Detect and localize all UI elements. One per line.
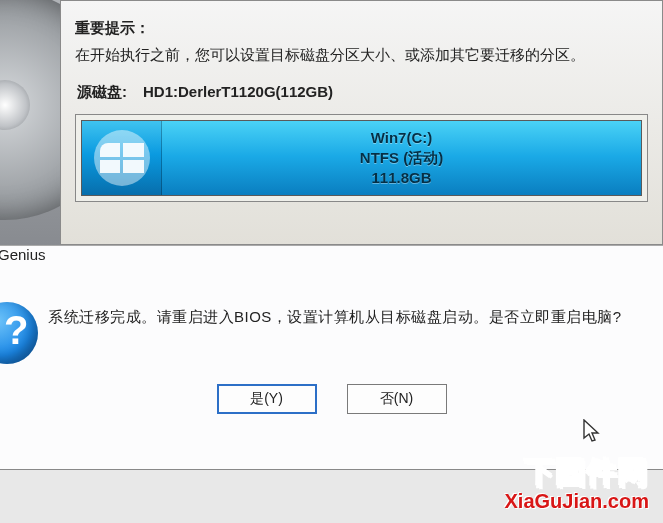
no-button[interactable]: 否(N)	[347, 384, 447, 414]
question-icon	[0, 302, 38, 364]
windows-flag-icon	[94, 130, 150, 186]
dialog-button-row: 是(Y) 否(N)	[0, 384, 663, 414]
partition-bar[interactable]: Win7(C:) NTFS (活动) 111.8GB	[81, 120, 642, 196]
source-disk-value: HD1:DerlerT1120G(112GB)	[143, 83, 333, 102]
watermark-line2: XiaGuJian.com	[505, 490, 650, 513]
dialog-message: 系统迁移完成。请重启进入BIOS，设置计算机从目标磁盘启动。是否立即重启电脑?	[48, 308, 622, 327]
partition-name: Win7(C:)	[371, 128, 433, 148]
confirm-dialog: Genius 系统迁移完成。请重启进入BIOS，设置计算机从目标磁盘启动。是否立…	[0, 245, 663, 470]
tip-text: 在开始执行之前，您可以设置目标磁盘分区大小、或添加其它要迁移的分区。	[75, 46, 648, 65]
yes-button[interactable]: 是(Y)	[217, 384, 317, 414]
hard-disk-illustration	[0, 0, 60, 245]
partition-info: Win7(C:) NTFS (活动) 111.8GB	[162, 121, 641, 195]
partition-icon-area	[82, 121, 162, 195]
tip-title: 重要提示：	[75, 19, 648, 38]
partition-fs: NTFS (活动)	[360, 148, 443, 168]
migration-window: 重要提示： 在开始执行之前，您可以设置目标磁盘分区大小、或添加其它要迁移的分区。…	[60, 0, 663, 245]
partition-bar-container: Win7(C:) NTFS (活动) 111.8GB	[75, 114, 648, 202]
source-disk-row: 源磁盘: HD1:DerlerT1120G(112GB)	[75, 83, 648, 102]
source-disk-label: 源磁盘:	[77, 83, 143, 102]
partition-size: 111.8GB	[371, 168, 431, 188]
dialog-title: Genius	[0, 244, 52, 265]
